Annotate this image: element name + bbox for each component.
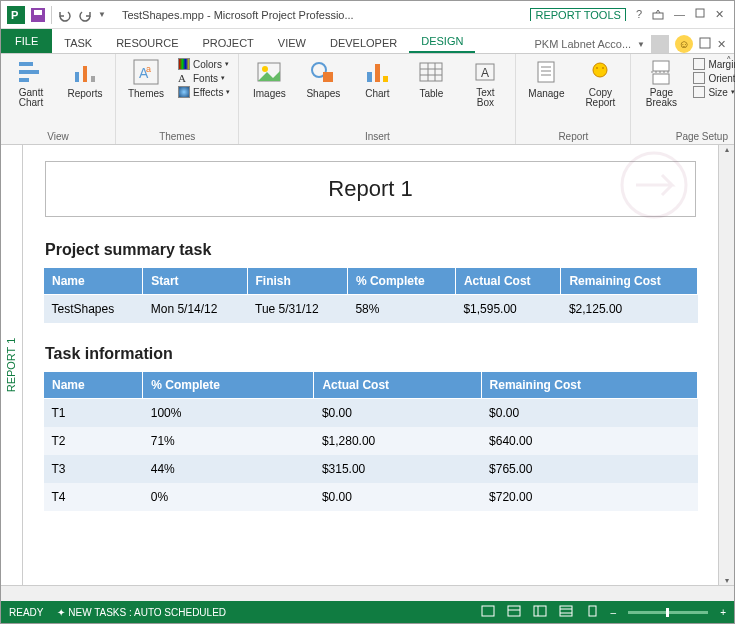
svg-rect-8 xyxy=(19,70,39,74)
app-icon: P xyxy=(7,6,25,24)
status-ready: READY xyxy=(9,607,43,618)
col-header: Remaining Cost xyxy=(561,268,698,295)
vertical-scrollbar[interactable]: ▴ ▾ xyxy=(718,145,734,585)
horizontal-scrollbar[interactable] xyxy=(1,585,734,601)
qat-dropdown-icon[interactable]: ▼ xyxy=(98,10,106,19)
svg-rect-5 xyxy=(696,9,704,17)
svg-rect-19 xyxy=(323,72,333,82)
svg-rect-4 xyxy=(653,13,663,19)
table-row: T271%$1,280.00$640.00 xyxy=(44,427,698,455)
zoom-out-icon[interactable]: – xyxy=(611,607,617,618)
save-icon[interactable] xyxy=(31,8,45,22)
view-shortcut-1-icon[interactable] xyxy=(481,605,495,619)
svg-rect-38 xyxy=(653,74,669,84)
svg-rect-23 xyxy=(420,63,442,81)
svg-point-17 xyxy=(262,66,268,72)
reports-button[interactable]: Reports xyxy=(63,58,107,99)
window-title: TestShapes.mpp - Microsoft Project Profe… xyxy=(112,9,531,21)
redo-icon[interactable] xyxy=(78,8,92,22)
group-label-themes: Themes xyxy=(124,131,230,142)
orientation-button[interactable]: Orientation ▾ xyxy=(693,72,735,84)
svg-rect-7 xyxy=(19,62,33,66)
images-button[interactable]: Images xyxy=(247,58,291,99)
svg-rect-6 xyxy=(700,38,710,48)
contextual-tab-label: REPORT TOOLS xyxy=(530,8,625,21)
close-icon[interactable]: ✕ xyxy=(715,8,724,22)
view-shortcut-4-icon[interactable] xyxy=(559,605,573,619)
view-shortcut-5-icon[interactable] xyxy=(585,605,599,619)
tab-resource[interactable]: RESOURCE xyxy=(104,33,190,53)
effects-button[interactable]: Effects ▾ xyxy=(178,86,230,98)
shapes-button[interactable]: Shapes xyxy=(301,58,345,99)
group-label-pagesetup: Page Setup xyxy=(639,131,735,142)
col-header: Name xyxy=(44,372,143,399)
svg-rect-44 xyxy=(534,606,546,616)
table-button[interactable]: Table xyxy=(409,58,453,99)
view-shortcut-2-icon[interactable] xyxy=(507,605,521,619)
colors-button[interactable]: Colors ▾ xyxy=(178,58,230,70)
svg-text:P: P xyxy=(11,9,18,21)
tab-project[interactable]: PROJECT xyxy=(191,33,266,53)
svg-rect-12 xyxy=(91,76,95,82)
collapse-ribbon-icon[interactable]: ˄ xyxy=(726,55,732,68)
col-header: Actual Cost xyxy=(314,372,481,399)
ribbon-options-icon[interactable] xyxy=(652,8,664,22)
summary-heading: Project summary task xyxy=(45,241,696,259)
svg-text:A: A xyxy=(481,66,489,80)
tab-design[interactable]: DESIGN xyxy=(409,31,475,53)
view-shortcut-3-icon[interactable] xyxy=(533,605,547,619)
maximize-icon[interactable] xyxy=(695,8,705,22)
svg-rect-22 xyxy=(383,76,388,82)
close-doc-icon[interactable]: ✕ xyxy=(717,38,726,51)
tab-view[interactable]: VIEW xyxy=(266,33,318,53)
col-header: % Complete xyxy=(347,268,455,295)
themes-button[interactable]: Aa Themes xyxy=(124,58,168,99)
svg-text:a: a xyxy=(146,64,151,74)
help-icon[interactable]: ? xyxy=(636,8,642,22)
size-button[interactable]: Size ▾ xyxy=(693,86,735,98)
svg-rect-30 xyxy=(538,62,554,82)
svg-point-34 xyxy=(593,63,607,77)
undo-icon[interactable] xyxy=(58,8,72,22)
file-tab[interactable]: FILE xyxy=(1,29,52,53)
col-header: Name xyxy=(44,268,143,295)
svg-rect-42 xyxy=(508,606,520,616)
svg-rect-37 xyxy=(653,61,669,71)
chart-button[interactable]: Chart xyxy=(355,58,399,99)
col-header: Finish xyxy=(247,268,347,295)
copy-report-button[interactable]: Copy Report xyxy=(578,58,622,108)
zoom-slider[interactable] xyxy=(628,611,708,614)
table-row: T40%$0.00$720.00 xyxy=(44,483,698,511)
textbox-button[interactable]: AText Box xyxy=(463,58,507,108)
feedback-icon[interactable]: ☺ xyxy=(675,35,693,53)
svg-rect-20 xyxy=(367,72,372,82)
summary-table: NameStartFinish% CompleteActual CostRema… xyxy=(43,267,698,323)
svg-point-36 xyxy=(602,67,604,69)
col-header: Actual Cost xyxy=(455,268,561,295)
svg-rect-21 xyxy=(375,64,380,82)
group-label-report: Report xyxy=(524,131,622,142)
account-label[interactable]: PKM Labnet Acco... xyxy=(534,38,631,50)
group-label-insert: Insert xyxy=(247,131,507,142)
tab-developer[interactable]: DEVELOPER xyxy=(318,33,409,53)
page-breaks-button[interactable]: Page Breaks xyxy=(639,58,683,108)
svg-rect-10 xyxy=(75,72,79,82)
pin-window-icon[interactable] xyxy=(699,37,711,51)
gantt-chart-button[interactable]: Gantt Chart xyxy=(9,58,53,108)
zoom-in-icon[interactable]: + xyxy=(720,607,726,618)
manage-button[interactable]: Manage xyxy=(524,58,568,99)
fonts-button[interactable]: AFonts ▾ xyxy=(178,72,230,84)
col-header: Start xyxy=(143,268,247,295)
status-newtasks[interactable]: ✦ NEW TASKS : AUTO SCHEDULED xyxy=(57,607,226,618)
avatar[interactable] xyxy=(651,35,669,53)
table-row: TestShapesMon 5/14/12Tue 5/31/1258%$1,59… xyxy=(44,295,698,324)
group-label-view: View xyxy=(9,131,107,142)
col-header: % Complete xyxy=(143,372,314,399)
side-tab-report[interactable]: REPORT 1 xyxy=(1,145,23,585)
svg-rect-49 xyxy=(589,606,596,616)
separator xyxy=(51,6,52,24)
tasks-heading: Task information xyxy=(45,345,696,363)
minimize-icon[interactable]: — xyxy=(674,8,685,22)
svg-rect-46 xyxy=(560,606,572,616)
tab-task[interactable]: TASK xyxy=(52,33,104,53)
